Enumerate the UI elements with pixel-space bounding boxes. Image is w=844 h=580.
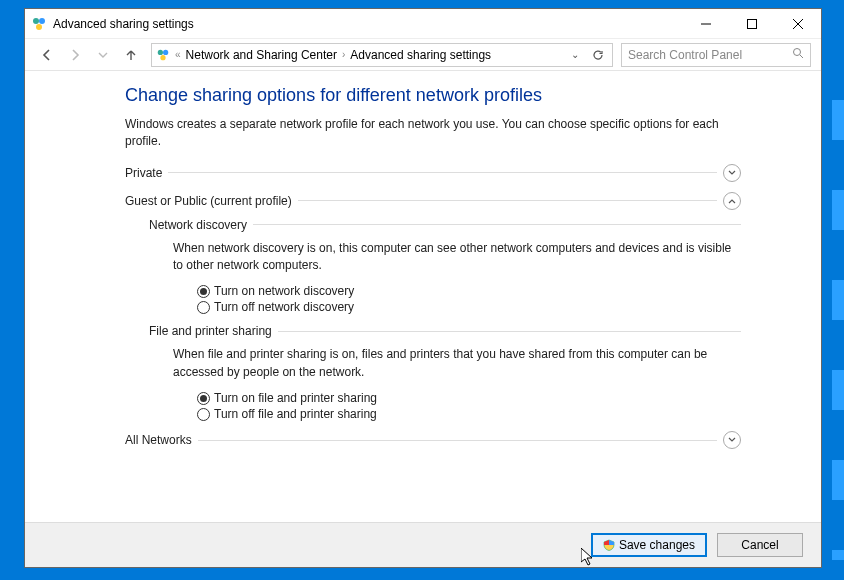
svg-point-7 bbox=[158, 49, 163, 54]
radio-icon bbox=[197, 392, 210, 405]
radio-file-printer-off[interactable]: Turn off file and printer sharing bbox=[197, 407, 741, 421]
cancel-button[interactable]: Cancel bbox=[717, 533, 803, 557]
section-guest-header[interactable]: Guest or Public (current profile) bbox=[125, 192, 741, 210]
maximize-button[interactable] bbox=[729, 9, 775, 39]
collapse-icon[interactable] bbox=[723, 192, 741, 210]
subsection-heading: Network discovery bbox=[149, 218, 247, 232]
breadcrumb-seg-2[interactable]: Advanced sharing settings bbox=[350, 48, 491, 62]
search-input[interactable]: Search Control Panel bbox=[621, 43, 811, 67]
radio-network-discovery-on[interactable]: Turn on network discovery bbox=[197, 284, 741, 298]
svg-point-10 bbox=[794, 49, 801, 56]
desktop-accent bbox=[832, 100, 844, 560]
back-button[interactable] bbox=[35, 43, 59, 67]
nav-toolbar: « Network and Sharing Center › Advanced … bbox=[25, 39, 821, 71]
file-printer-sharing-subsection: File and printer sharing When file and p… bbox=[149, 324, 741, 421]
network-sharing-icon bbox=[156, 48, 170, 62]
search-icon bbox=[792, 47, 804, 62]
subsection-heading: File and printer sharing bbox=[149, 324, 272, 338]
svg-point-8 bbox=[163, 49, 168, 54]
svg-point-0 bbox=[33, 18, 39, 24]
svg-point-9 bbox=[160, 55, 165, 60]
breadcrumb-chevron-icon: « bbox=[175, 49, 181, 60]
svg-rect-4 bbox=[748, 19, 757, 28]
address-dropdown-icon[interactable]: ⌄ bbox=[566, 49, 584, 60]
close-button[interactable] bbox=[775, 9, 821, 39]
network-discovery-subsection: Network discovery When network discovery… bbox=[149, 218, 741, 315]
minimize-button[interactable] bbox=[683, 9, 729, 39]
radio-file-printer-on[interactable]: Turn on file and printer sharing bbox=[197, 391, 741, 405]
expand-icon[interactable] bbox=[723, 164, 741, 182]
section-private-header[interactable]: Private bbox=[125, 164, 741, 182]
window-title: Advanced sharing settings bbox=[53, 17, 683, 31]
section-all-networks-header[interactable]: All Networks bbox=[125, 431, 741, 449]
title-bar: Advanced sharing settings bbox=[25, 9, 821, 39]
content-area: Change sharing options for different net… bbox=[25, 71, 821, 522]
radio-icon bbox=[197, 285, 210, 298]
page-description: Windows creates a separate network profi… bbox=[125, 116, 741, 150]
radio-network-discovery-off[interactable]: Turn off network discovery bbox=[197, 300, 741, 314]
radio-icon bbox=[197, 408, 210, 421]
search-placeholder: Search Control Panel bbox=[628, 48, 792, 62]
footer-bar: Save changes Cancel bbox=[25, 522, 821, 567]
subsection-description: When file and printer sharing is on, fil… bbox=[173, 346, 741, 381]
subsection-description: When network discovery is on, this compu… bbox=[173, 240, 741, 275]
network-sharing-icon bbox=[31, 16, 47, 32]
section-label: Private bbox=[125, 166, 162, 180]
section-label: Guest or Public (current profile) bbox=[125, 194, 292, 208]
control-panel-window: Advanced sharing settings « Network and … bbox=[24, 8, 822, 568]
radio-icon bbox=[197, 301, 210, 314]
expand-icon[interactable] bbox=[723, 431, 741, 449]
breadcrumb-seg-1[interactable]: Network and Sharing Center bbox=[186, 48, 337, 62]
save-changes-button[interactable]: Save changes bbox=[591, 533, 707, 557]
svg-point-2 bbox=[36, 24, 42, 30]
up-button[interactable] bbox=[119, 43, 143, 67]
svg-line-11 bbox=[800, 55, 803, 58]
svg-point-1 bbox=[39, 18, 45, 24]
forward-button[interactable] bbox=[63, 43, 87, 67]
page-title: Change sharing options for different net… bbox=[125, 85, 741, 106]
refresh-button[interactable] bbox=[588, 49, 608, 61]
breadcrumb-chevron-icon: › bbox=[342, 49, 345, 60]
uac-shield-icon bbox=[603, 539, 615, 551]
section-label: All Networks bbox=[125, 433, 192, 447]
address-bar[interactable]: « Network and Sharing Center › Advanced … bbox=[151, 43, 613, 67]
recent-locations-button[interactable] bbox=[91, 43, 115, 67]
